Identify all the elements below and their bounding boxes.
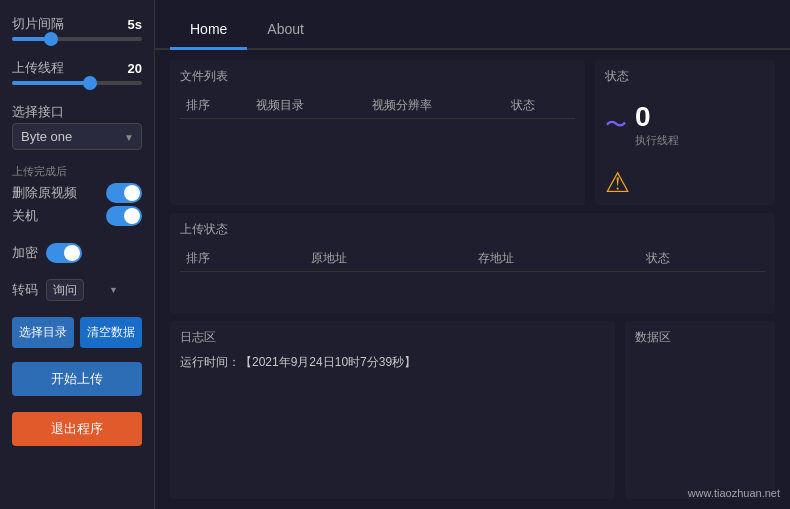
file-list-title: 文件列表: [180, 68, 575, 85]
after-upload-section: 上传完成后 删除原视频 关机: [12, 160, 142, 229]
select-dir-button[interactable]: 选择目录: [12, 317, 74, 348]
dir-data-buttons: 选择目录 清空数据: [12, 317, 142, 348]
status-panel: 状态 〜 0 执行线程 ⚠: [595, 60, 775, 205]
slice-interval-value: 5s: [128, 17, 142, 32]
exec-label: 执行线程: [635, 133, 679, 148]
tab-home[interactable]: Home: [170, 11, 247, 50]
upload-status-table: 排序 原地址 存地址 状态: [180, 246, 765, 272]
tab-bar: Home About: [155, 0, 790, 50]
log-title: 日志区: [180, 329, 605, 346]
data-panel: 数据区: [625, 321, 775, 499]
transcode-row: 转码 询问 ▼: [12, 279, 142, 301]
main-content: Home About 文件列表 排序 视频目录: [155, 0, 790, 509]
shutdown-toggle[interactable]: [106, 206, 142, 226]
after-upload-label: 上传完成后: [12, 164, 142, 179]
upload-threads-row: 上传线程 20: [12, 59, 142, 93]
upload-threads-slider[interactable]: [12, 81, 142, 85]
sidebar: 切片间隔 5s 上传线程 20 选择接口: [0, 0, 155, 509]
transcode-label: 转码: [12, 281, 38, 299]
top-panels: 文件列表 排序 视频目录 视频分辨率 状态: [170, 60, 775, 205]
clear-data-button[interactable]: 清空数据: [80, 317, 142, 348]
slice-interval-slider[interactable]: [12, 37, 142, 41]
us-col-status: 状态: [640, 246, 765, 272]
log-text: 运行时间：【2021年9月24日10时7分39秒】: [180, 354, 605, 371]
file-list-table: 排序 视频目录 视频分辨率 状态: [180, 93, 575, 119]
upload-status-panel: 上传状态 排序 原地址 存地址 状态: [170, 213, 775, 313]
delete-video-toggle[interactable]: [106, 183, 142, 203]
file-list-header: 排序 视频目录 视频分辨率 状态: [180, 93, 575, 119]
data-title: 数据区: [635, 329, 765, 346]
us-col-dest: 存地址: [472, 246, 639, 272]
slice-interval-row: 切片间隔 5s: [12, 15, 142, 49]
transcode-select-arrow: ▼: [109, 285, 118, 295]
us-col-sort: 排序: [180, 246, 305, 272]
pulse-icon: 〜: [605, 110, 627, 140]
select-interface-label: 选择接口: [12, 103, 64, 121]
tab-about[interactable]: About: [247, 11, 324, 50]
shutdown-label: 关机: [12, 207, 38, 225]
warning-icon: ⚠: [605, 166, 765, 199]
delete-video-label: 删除原视频: [12, 184, 77, 202]
bottom-panels: 日志区 运行时间：【2021年9月24日10时7分39秒】 数据区: [170, 321, 775, 499]
transcode-select[interactable]: 询问: [46, 279, 84, 301]
start-upload-button[interactable]: 开始上传: [12, 362, 142, 396]
log-panel: 日志区 运行时间：【2021年9月24日10时7分39秒】: [170, 321, 615, 499]
accel-toggle[interactable]: [46, 243, 82, 263]
upload-status-header: 排序 原地址 存地址 状态: [180, 246, 765, 272]
file-list-panel: 文件列表 排序 视频目录 视频分辨率 状态: [170, 60, 585, 205]
col-dir: 视频目录: [250, 93, 366, 119]
upload-status-title: 上传状态: [180, 221, 765, 238]
col-resolution: 视频分辨率: [366, 93, 505, 119]
accel-label: 加密: [12, 244, 38, 262]
accel-row: 加密: [12, 243, 142, 263]
delete-video-toggle-knob: [124, 185, 140, 201]
exec-stats: 〜 0 执行线程: [605, 93, 765, 156]
us-col-src: 原地址: [305, 246, 472, 272]
accel-toggle-knob: [64, 245, 80, 261]
slice-interval-label: 切片间隔: [12, 15, 64, 33]
content-area: 文件列表 排序 视频目录 视频分辨率 状态: [155, 50, 790, 509]
status-title: 状态: [605, 68, 765, 85]
interface-select[interactable]: Byte one: [12, 123, 142, 150]
upload-threads-value: 20: [128, 61, 142, 76]
exit-button[interactable]: 退出程序: [12, 412, 142, 446]
exec-count: 0: [635, 101, 679, 133]
shutdown-toggle-knob: [124, 208, 140, 224]
upload-threads-label: 上传线程: [12, 59, 64, 77]
col-status: 状态: [505, 93, 575, 119]
select-interface-section: 选择接口 Byte one ▼: [12, 103, 142, 150]
col-sort: 排序: [180, 93, 250, 119]
